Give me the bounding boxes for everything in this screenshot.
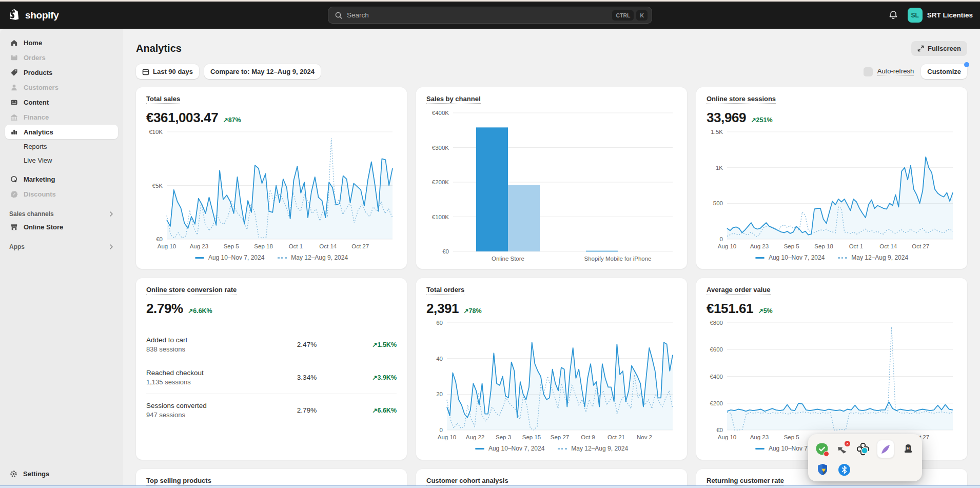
sidebar-item-products[interactable]: Products — [5, 65, 118, 80]
average-order-value-card: Average order value €151.61 ↗5% €800€600… — [696, 278, 967, 460]
content-icon — [9, 98, 18, 107]
legend-swatch — [755, 257, 765, 259]
card-title[interactable]: Average order value — [707, 286, 771, 295]
page-title: Analytics — [136, 43, 182, 54]
sidebar-item-orders[interactable]: Orders — [5, 50, 118, 65]
products-tag-icon — [9, 68, 18, 77]
chart-canvas: €10K€5K€0Aug 10Aug 23Sep 5Sep 18Oct 1Oct… — [146, 128, 397, 251]
svg-text:Aug 22: Aug 22 — [466, 434, 484, 440]
sidebar-section-apps[interactable]: Apps — [5, 243, 118, 250]
svg-text:Sep 3: Sep 3 — [496, 434, 511, 440]
auto-refresh-checkbox[interactable] — [864, 67, 873, 76]
svg-text:Oct 14: Oct 14 — [879, 243, 897, 249]
sidebar-item-settings[interactable]: Settings — [5, 466, 118, 481]
notification-bell-icon[interactable] — [888, 10, 898, 21]
svg-text:Shopify Mobile for iPhone: Shopify Mobile for iPhone — [584, 256, 651, 262]
legend-item: May 12–Aug 9, 2024 — [278, 254, 348, 261]
fullscreen-button[interactable]: Fullscreen — [911, 41, 967, 56]
customers-person-icon — [9, 83, 18, 92]
conversion-delta: ↗6.6K% — [188, 307, 212, 315]
sidebar-section-sales-channels[interactable]: Sales channels — [5, 210, 118, 218]
svg-text:€100K: €100K — [432, 214, 449, 220]
svg-text:€0: €0 — [716, 427, 723, 433]
svg-text:€200K: €200K — [432, 179, 449, 185]
sidebar-item-reports[interactable]: Reports — [5, 140, 118, 153]
svg-text:Oct 9: Oct 9 — [581, 434, 595, 440]
online-store-sessions-card: Online store sessions 33,969 ↗251% 1.5K1… — [696, 87, 967, 269]
chart-legend: Aug 10–Nov 7, 2024May 12–Aug 9, 2024 — [426, 442, 677, 455]
store-avatar: SL — [908, 8, 923, 23]
sidebar-item-discounts[interactable]: Discounts — [5, 187, 118, 201]
svg-text:€800: €800 — [710, 320, 723, 326]
sidebar-item-analytics[interactable]: Analytics — [5, 125, 118, 139]
compare-to-button[interactable]: Compare to: May 12–Aug 9, 2024 — [204, 64, 321, 79]
date-range-button[interactable]: Last 90 days — [136, 64, 199, 79]
purple-feather-extension-icon[interactable] — [877, 440, 894, 458]
store-account-menu[interactable]: SL SRT Licenties — [908, 8, 973, 23]
chevron-right-icon — [109, 211, 114, 217]
svg-text:0: 0 — [720, 236, 723, 242]
card-title[interactable]: Customer cohort analysis — [426, 477, 508, 485]
chart-canvas: €800€600€400€200€0Aug 10Aug 23Sep 5Sep 1… — [707, 319, 957, 442]
brand-wordmark: shopify — [25, 10, 58, 21]
svg-text:Sep 5: Sep 5 — [784, 243, 799, 249]
aov-chart: €800€600€400€200€0Aug 10Aug 23Sep 5Sep 1… — [707, 319, 957, 442]
legend-item: Aug 10–Nov 7, 2024 — [755, 254, 825, 261]
legend-item: Aug 10–Nov 7, 2024 — [195, 254, 264, 261]
chart-legend: Aug 10–Nov 7, 2024May 12–Aug 9, 2024 — [146, 251, 397, 264]
svg-text:€0: €0 — [156, 236, 163, 242]
dark-pedestal-extension-icon[interactable]: H — [901, 442, 915, 456]
card-title[interactable]: Top selling products — [146, 477, 211, 485]
auto-refresh-toggle[interactable]: Auto-refresh — [864, 67, 914, 76]
analytics-bars-icon — [9, 128, 18, 136]
customize-button[interactable]: Customize — [921, 64, 967, 79]
sidebar-item-finance[interactable]: Finance — [5, 110, 118, 124]
svg-text:Aug 10: Aug 10 — [438, 434, 456, 440]
search-bar[interactable]: CTRL K — [328, 7, 652, 24]
total-orders-card: Total orders 2,391 ↗78% 6040200Aug 10Aug… — [416, 278, 687, 460]
sidebar-item-live-view[interactable]: Live View — [5, 153, 118, 167]
discounts-badge-icon — [9, 190, 18, 199]
sessions-chart: 1.5K1K5000Aug 10Aug 23Sep 5Sep 18Oct 1Oc… — [707, 128, 957, 251]
sidebar-item-customers[interactable]: Customers — [5, 80, 118, 94]
search-icon — [335, 11, 343, 19]
card-title[interactable]: Total sales — [146, 95, 180, 104]
legend-swatch — [195, 257, 204, 259]
svg-text:1.5K: 1.5K — [711, 129, 723, 135]
shield-warning-extension-icon[interactable] — [815, 462, 830, 477]
green-check-extension-icon[interactable] — [815, 442, 829, 456]
card-title[interactable]: Returning customer rate — [707, 477, 784, 485]
svg-text:Online Store: Online Store — [492, 256, 524, 262]
card-title[interactable]: Online store conversion rate — [146, 286, 237, 295]
legend-item: May 12–Aug 9, 2024 — [558, 445, 628, 452]
svg-text:€300K: €300K — [432, 145, 449, 151]
shortcut-ctrl-key: CTRL — [612, 10, 634, 21]
sidebar-item-marketing[interactable]: Marketing — [5, 172, 118, 186]
conversion-row-added-to-cart: Added to cart 838 sessions 2.47% ↗1.5K% — [146, 328, 397, 361]
sidebar-item-home[interactable]: Home — [5, 35, 118, 50]
search-input[interactable] — [347, 11, 610, 19]
orders-value: 2,391 — [426, 301, 459, 317]
sidebar-item-online-store[interactable]: Online Store — [5, 220, 118, 234]
shopify-bag-icon — [8, 8, 22, 23]
chevron-right-icon — [109, 244, 114, 250]
svg-text:Aug 23: Aug 23 — [750, 434, 769, 440]
card-title[interactable]: Total orders — [426, 286, 464, 295]
legend-item: Aug 10–Nov 7, 2024 — [475, 445, 544, 452]
shopify-logo[interactable]: shopify — [0, 8, 58, 23]
marketing-target-icon — [9, 175, 18, 184]
card-title[interactable]: Sales by channel — [426, 95, 481, 104]
conversion-row-reached-checkout: Reached checkout 1,135 sessions 3.34% ↗3… — [146, 361, 397, 394]
card-title[interactable]: Online store sessions — [707, 95, 776, 104]
dark-cursor-error-extension-icon[interactable]: × — [836, 442, 849, 456]
svg-text:H: H — [907, 446, 910, 451]
sidebar-item-content[interactable]: Content — [5, 95, 118, 109]
sales-by-channel-card: Sales by channel €400K€300K€200K€100K€0O… — [416, 87, 687, 269]
sessions-delta: ↗251% — [751, 116, 772, 124]
bluetooth-extension-icon[interactable] — [837, 462, 851, 477]
orders-chart: 6040200Aug 10Aug 22Sep 3Sep 15Sep 27Oct … — [426, 319, 677, 442]
home-icon — [9, 38, 18, 47]
svg-text:€10K: €10K — [149, 129, 163, 135]
flower-teal-extension-icon[interactable] — [856, 442, 870, 456]
svg-text:Aug 23: Aug 23 — [190, 243, 208, 249]
